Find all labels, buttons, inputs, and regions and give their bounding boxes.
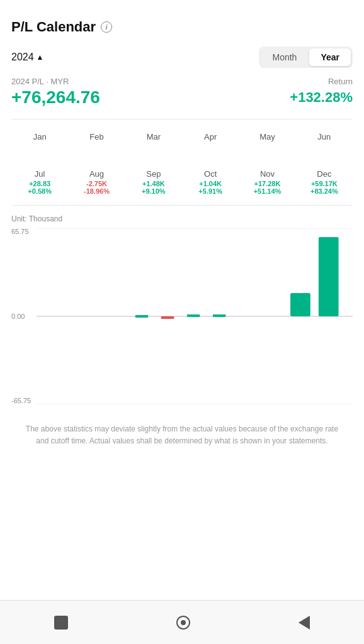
axis-zero: 0.00 [11,313,31,320]
month-pct: -18.96% [69,187,123,195]
back-icon [299,616,310,630]
pl-values-row: +76,264.76 +132.28% [11,87,353,108]
month-pl: -2.75K [69,180,123,187]
svg-rect-4 [161,316,174,319]
month-name: Jan [13,132,67,142]
month-name: May [240,132,294,142]
month-pct: +51.14% [240,187,294,195]
month-cell-feb[interactable]: Feb [68,128,125,147]
pl-header-row: 2024 P/L · MYR Return [11,77,353,86]
month-cell-may[interactable]: May [239,128,295,147]
month-name: Oct [183,169,237,179]
month-cell-dec[interactable]: Dec+59.17K+83.24% [296,165,353,199]
year-toggle-row: 2024 ▲ Month Year [11,47,353,68]
svg-rect-3 [135,315,149,318]
month-name: Feb [69,132,123,142]
month-name: Sep [127,169,181,179]
axis-top: 65.75 [11,228,31,235]
month-name: Aug [69,169,123,179]
divider2 [11,205,353,206]
months-row-1: JanFebMarAprMayJun [11,128,353,147]
month-cell-nov[interactable]: Nov+17.28K+51.14% [239,165,295,199]
month-name: Nov [240,169,294,179]
month-pl: +17.28K [240,180,294,187]
year-toggle-btn[interactable]: Year [309,48,351,66]
return-label: Return [328,77,353,86]
year-selector[interactable]: 2024 ▲ [11,52,43,63]
svg-rect-8 [319,237,339,316]
month-pl: +28.83 [13,180,67,187]
month-cell-aug[interactable]: Aug-2.75K-18.96% [68,165,125,199]
year-caret: ▲ [37,53,44,62]
months-row-2: Jul+28.83+0.58%Aug-2.75K-18.96%Sep+1.48K… [11,165,353,199]
pl-value: +76,264.76 [11,87,100,108]
svg-rect-6 [213,314,226,317]
view-toggle: Month Year [259,47,353,68]
month-cell-jan[interactable]: Jan [11,128,68,147]
month-pct: +83.24% [297,187,351,195]
disclaimer: The above statistics may deviate slightl… [11,411,353,460]
month-name: Mar [127,132,181,142]
chart-svg [37,228,353,404]
month-pct: +9.10% [127,187,181,195]
return-value: +132.28% [290,89,353,106]
month-pct: +0.58% [13,187,67,195]
month-cell-apr[interactable]: Apr [182,128,239,147]
axis-bottom: -65.75 [11,397,31,404]
record-icon [176,616,190,630]
page-title: P/L Calendar [11,19,96,35]
month-pl: +59.17K [297,180,351,187]
svg-rect-7 [290,293,310,316]
month-pl: +1.48K [127,180,181,187]
month-cell-mar[interactable]: Mar [125,128,182,147]
year-value: 2024 [11,52,34,63]
month-pl: +1.04K [183,180,237,187]
pl-label: 2024 P/L · MYR [11,77,69,86]
month-toggle-btn[interactable]: Month [261,48,308,66]
divider [11,119,353,119]
chart-area: 65.75 0.00 -65.75 [11,228,353,404]
svg-rect-5 [187,314,200,317]
unit-label: Unit: Thousand [11,214,353,223]
month-name: Dec [297,169,351,179]
axis-labels: 65.75 0.00 -65.75 [11,228,31,404]
month-cell-jun[interactable]: Jun [296,128,353,147]
page-header: P/L Calendar i [11,19,353,35]
info-icon[interactable]: i [101,21,112,33]
month-cell-jul[interactable]: Jul+28.83+0.58% [11,165,68,199]
chart-inner [37,228,353,404]
month-name: Apr [183,132,237,142]
month-name: Jul [13,169,67,179]
nav-back-button[interactable] [299,616,310,630]
month-name: Jun [297,132,351,142]
nav-record-button[interactable] [176,616,190,630]
nav-home-button[interactable] [54,616,68,630]
month-pct: +5.91% [183,187,237,195]
nav-bar [0,600,364,644]
month-cell-sep[interactable]: Sep+1.48K+9.10% [125,165,182,199]
month-cell-oct[interactable]: Oct+1.04K+5.91% [182,165,239,199]
home-icon [54,616,68,630]
